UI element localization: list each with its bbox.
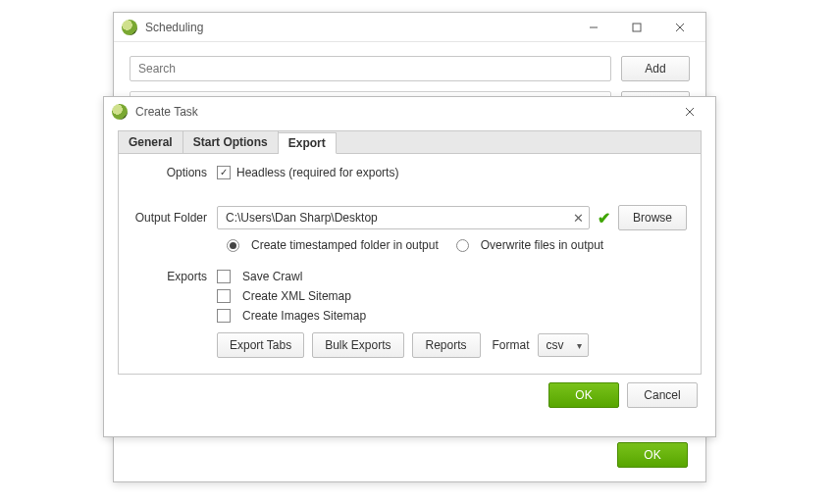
app-icon (112, 104, 128, 120)
radio-timestamped[interactable] (227, 239, 239, 252)
save-crawl-label: Save Crawl (242, 270, 302, 283)
radio-timestamped-wrap[interactable]: Create timestamped folder in output (227, 238, 439, 252)
valid-path-icon: ✔ (598, 209, 610, 227)
cancel-button[interactable]: Cancel (627, 382, 698, 408)
add-button[interactable]: Add (621, 56, 690, 81)
scheduling-toolbar: Add (114, 42, 705, 95)
maximize-button[interactable] (615, 14, 658, 41)
reports-button[interactable]: Reports (412, 332, 481, 358)
save-crawl-checkbox[interactable] (217, 270, 231, 283)
svg-rect-1 (633, 24, 641, 31)
tab-general[interactable]: General (119, 131, 183, 153)
radio-overwrite-wrap[interactable]: Overwrite files in output (456, 238, 603, 252)
create-task-dialog: Create Task General Start Options Export… (103, 96, 716, 437)
xml-sitemap-checkbox[interactable] (217, 289, 231, 303)
row-output-folder: Output Folder ✕ ✔ Browse (132, 205, 687, 230)
export-panel: Options Headless (required for exports) … (118, 154, 702, 375)
task-body: General Start Options Export Options Hea… (104, 126, 715, 418)
images-sitemap-checkbox[interactable] (217, 309, 231, 323)
row-exports: Exports Save Crawl Create XML Sitemap Cr… (132, 270, 687, 358)
headless-label: Headless (required for exports) (236, 166, 398, 179)
clear-icon[interactable]: ✕ (573, 211, 584, 226)
scheduling-title: Scheduling (145, 21, 572, 34)
browse-button[interactable]: Browse (618, 205, 687, 230)
scheduling-ok-button[interactable]: OK (617, 442, 688, 468)
xml-sitemap-label: Create XML Sitemap (242, 289, 351, 303)
task-titlebar: Create Task (104, 97, 715, 126)
radio-overwrite-label: Overwrite files in output (481, 238, 603, 252)
label-output-folder: Output Folder (132, 211, 217, 225)
exports-stack: Save Crawl Create XML Sitemap Create Ima… (217, 270, 589, 358)
minimize-button[interactable] (572, 14, 615, 41)
tab-start-options[interactable]: Start Options (183, 131, 279, 153)
tab-export[interactable]: Export (279, 132, 337, 154)
app-icon (122, 20, 137, 35)
label-exports: Exports (132, 270, 217, 283)
bulk-exports-button[interactable]: Bulk Exports (312, 332, 403, 358)
ok-button[interactable]: OK (548, 382, 619, 408)
headless-checkbox[interactable] (217, 166, 231, 179)
window-controls (572, 14, 702, 41)
images-sitemap-label: Create Images Sitemap (242, 309, 366, 323)
format-value: csv (547, 338, 564, 352)
task-title: Create Task (135, 105, 668, 119)
task-window-controls (668, 98, 711, 126)
row-options: Options Headless (required for exports) (132, 166, 687, 179)
label-options: Options (132, 166, 217, 179)
search-input[interactable] (130, 56, 611, 81)
dialog-buttons: OK Cancel (118, 375, 702, 408)
task-tabstrip: General Start Options Export (118, 130, 702, 154)
radio-overwrite[interactable] (456, 239, 469, 252)
format-select[interactable]: csv (538, 333, 589, 357)
scheduling-footer: OK (617, 442, 688, 468)
output-folder-input[interactable] (217, 206, 590, 229)
row-output-mode: Create timestamped folder in output Over… (227, 238, 687, 252)
scheduling-titlebar: Scheduling (114, 13, 705, 42)
format-label: Format (493, 338, 530, 352)
task-close-button[interactable] (668, 98, 711, 126)
radio-timestamped-label: Create timestamped folder in output (251, 238, 439, 252)
export-tabs-button[interactable]: Export Tabs (217, 332, 304, 358)
close-button[interactable] (658, 14, 702, 41)
